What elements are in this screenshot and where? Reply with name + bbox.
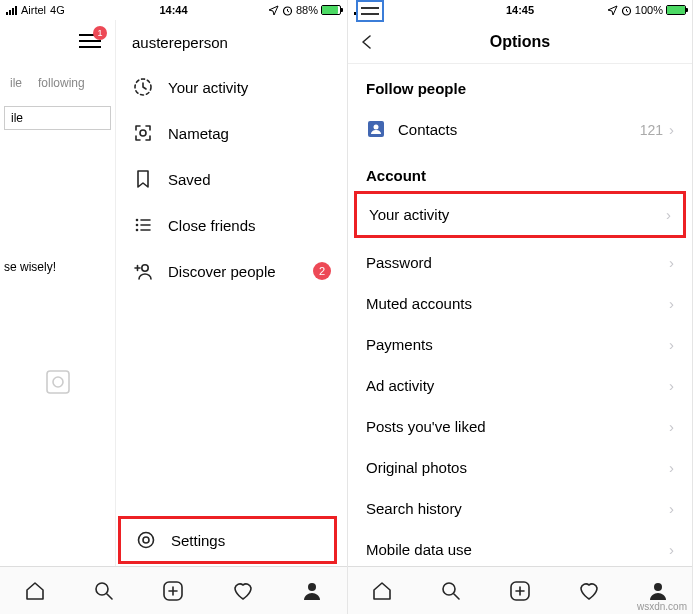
activity-icon xyxy=(132,76,154,98)
status-bar: 4G 14:45 100% xyxy=(348,0,692,20)
section-account: Account xyxy=(348,151,692,194)
battery-icon xyxy=(321,5,341,15)
activity-tab[interactable] xyxy=(230,578,256,604)
muted-accounts-row[interactable]: Muted accounts› xyxy=(348,283,692,324)
new-post-tab[interactable] xyxy=(507,578,533,604)
activity-tab[interactable] xyxy=(576,578,602,604)
contacts-row[interactable]: Contacts 121› xyxy=(348,107,692,151)
carrier-label: Airtel xyxy=(21,4,46,16)
nametag-item[interactable]: Nametag xyxy=(126,110,337,156)
ad-activity-row[interactable]: Ad activity› xyxy=(348,365,692,406)
chevron-right-icon: › xyxy=(669,418,674,435)
svg-point-10 xyxy=(139,533,154,548)
row-label: Your activity xyxy=(369,206,449,223)
phone-right: 4G 14:45 100% Options Follow people Cont… xyxy=(348,0,693,614)
menu-label: Your activity xyxy=(168,79,248,96)
row-label: Mobile data use xyxy=(366,541,472,558)
payments-row[interactable]: Payments› xyxy=(348,324,692,365)
row-label: Original photos xyxy=(366,459,467,476)
svg-point-14 xyxy=(308,583,316,591)
svg-point-5 xyxy=(140,130,146,136)
discover-badge: 2 xyxy=(313,262,331,280)
menu-button[interactable]: 1 xyxy=(79,30,101,56)
row-label: Password xyxy=(366,254,432,271)
add-person-icon xyxy=(132,260,154,282)
chevron-right-icon: › xyxy=(669,254,674,271)
row-label: Search history xyxy=(366,500,462,517)
settings-highlight: Settings xyxy=(118,516,337,564)
doc-overlay-icon xyxy=(356,0,384,22)
signal-icon xyxy=(6,5,17,15)
profile-strip: 1 ile following ile se wisely! xyxy=(0,20,116,566)
page-title: Options xyxy=(490,33,550,51)
search-tab[interactable] xyxy=(91,578,117,604)
file-item[interactable]: ile xyxy=(4,106,111,130)
status-bar: Airtel 4G 14:44 88% xyxy=(0,0,347,20)
bio-text: se wisely! xyxy=(0,260,115,274)
chevron-right-icon: › xyxy=(669,541,674,558)
network-label: 4G xyxy=(50,4,65,16)
svg-point-19 xyxy=(443,583,455,595)
battery-pct: 100% xyxy=(635,4,663,16)
chevron-right-icon: › xyxy=(666,206,671,223)
username[interactable]: austereperson xyxy=(126,20,337,64)
profile-tab[interactable] xyxy=(645,578,671,604)
discover-people-item[interactable]: Discover people 2 xyxy=(126,248,337,294)
svg-point-8 xyxy=(136,229,139,232)
svg-point-21 xyxy=(654,583,662,591)
side-drawer: austereperson Your activity Nametag Save… xyxy=(116,20,347,566)
battery-icon xyxy=(666,5,686,15)
contacts-icon xyxy=(366,119,386,139)
home-tab[interactable] xyxy=(22,578,48,604)
search-tab[interactable] xyxy=(438,578,464,604)
your-activity-highlight: Your activity › xyxy=(354,191,686,238)
menu-label: Close friends xyxy=(168,217,256,234)
svg-point-11 xyxy=(143,537,149,543)
menu-label: Discover people xyxy=(168,263,276,280)
chevron-right-icon: › xyxy=(669,377,674,394)
mobile-data-row[interactable]: Mobile data use› xyxy=(348,529,692,566)
svg-point-18 xyxy=(374,125,379,130)
options-list[interactable]: Follow people Contacts 121› Account Your… xyxy=(348,64,692,566)
alarm-icon xyxy=(621,5,632,16)
password-row[interactable]: Password› xyxy=(348,242,692,283)
original-photos-row[interactable]: Original photos› xyxy=(348,447,692,488)
watermark: wsxdn.com xyxy=(637,601,687,612)
saved-item[interactable]: Saved xyxy=(126,156,337,202)
clock: 14:44 xyxy=(159,4,187,16)
tag-photo-icon[interactable] xyxy=(44,368,72,396)
svg-marker-15 xyxy=(608,6,617,15)
new-post-tab[interactable] xyxy=(160,578,186,604)
row-label: Muted accounts xyxy=(366,295,472,312)
location-icon xyxy=(607,5,618,16)
your-activity-row[interactable]: Your activity › xyxy=(357,194,683,235)
alarm-icon xyxy=(282,5,293,16)
contacts-count: 121 xyxy=(640,122,663,138)
clock: 14:45 xyxy=(506,4,534,16)
tab-following[interactable]: following xyxy=(32,72,91,94)
back-button[interactable] xyxy=(358,33,376,51)
profile-tab[interactable] xyxy=(299,578,325,604)
posts-liked-row[interactable]: Posts you've liked› xyxy=(348,406,692,447)
chevron-right-icon: › xyxy=(669,459,674,476)
row-label: Posts you've liked xyxy=(366,418,486,435)
row-label: Payments xyxy=(366,336,433,353)
list-icon xyxy=(132,214,154,236)
svg-point-6 xyxy=(136,219,139,222)
svg-point-7 xyxy=(136,224,139,227)
close-friends-item[interactable]: Close friends xyxy=(126,202,337,248)
menu-label: Nametag xyxy=(168,125,229,142)
settings-item[interactable]: Settings xyxy=(129,527,326,553)
row-label: Ad activity xyxy=(366,377,434,394)
chevron-right-icon: › xyxy=(669,500,674,517)
search-history-row[interactable]: Search history› xyxy=(348,488,692,529)
svg-point-12 xyxy=(96,583,108,595)
home-tab[interactable] xyxy=(369,578,395,604)
phone-left: Airtel 4G 14:44 88% 1 ile following ile … xyxy=(0,0,348,614)
svg-marker-0 xyxy=(269,6,278,15)
nametag-icon xyxy=(132,122,154,144)
chevron-right-icon: › xyxy=(669,295,674,312)
your-activity-item[interactable]: Your activity xyxy=(126,64,337,110)
tab-profile-fragment[interactable]: ile xyxy=(4,72,28,94)
menu-label: Saved xyxy=(168,171,211,188)
